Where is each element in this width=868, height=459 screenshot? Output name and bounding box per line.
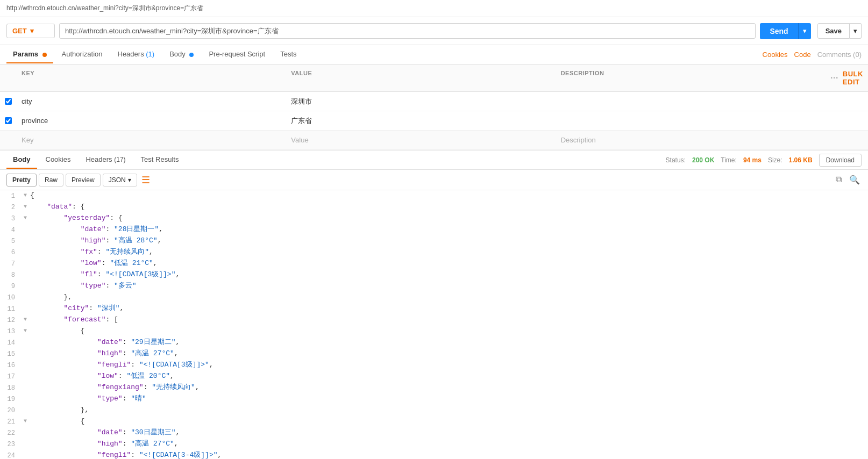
raw-button[interactable]: Raw <box>39 174 63 187</box>
time-value: 94 ms <box>743 156 762 164</box>
save-dropdown-button[interactable]: ▾ <box>850 23 862 39</box>
json-line: 9 "type": "多云" <box>0 281 868 292</box>
body-toolbar: Pretty Raw Preview JSON ▾ ☰ ⧉ 🔍 <box>0 170 868 190</box>
json-line-content: }, <box>30 405 868 415</box>
param-row-city: city 深圳市 <box>0 92 868 111</box>
collapse-button[interactable]: ▼ <box>24 314 30 325</box>
pretty-button[interactable]: Pretty <box>6 174 37 187</box>
param-new-value[interactable]: Value <box>286 133 555 147</box>
cookies-link[interactable]: Cookies <box>763 51 788 59</box>
json-line: 16 "fengli": "<![CDATA[3级]]>", <box>0 360 868 371</box>
download-button[interactable]: Download <box>819 154 862 167</box>
collapse-button[interactable]: ▼ <box>24 190 30 201</box>
json-viewer[interactable]: 1▼{2▼ "data": {3▼ "yesterday": {4 "date"… <box>0 190 868 459</box>
line-number: 1 <box>4 190 24 202</box>
line-number: 11 <box>4 303 24 314</box>
line-number: 8 <box>4 269 24 281</box>
tab-headers[interactable]: Headers (1) <box>111 46 161 63</box>
param-new-key[interactable]: Key <box>16 133 286 147</box>
save-button[interactable]: Save <box>817 23 850 39</box>
json-format-label: JSON <box>109 176 126 184</box>
json-line: 12▼ "forecast": [ <box>0 314 868 326</box>
resp-tab-cookies[interactable]: Cookies <box>39 151 77 169</box>
json-line-content: "high": "高温 28°C", <box>30 235 868 246</box>
tab-body[interactable]: Body <box>163 46 200 63</box>
line-number: 23 <box>4 439 24 450</box>
body-badge <box>189 53 194 57</box>
tab-bar-right-actions: Cookies Code Comments (0) <box>763 51 862 59</box>
json-line: 24 "fengli": "<![CDATA[3-4级]]>", <box>0 450 868 459</box>
json-line-content: "low": "低温 21°C", <box>30 258 868 269</box>
resp-tab-headers[interactable]: Headers (17) <box>79 151 132 169</box>
json-line-content: "city": "深圳", <box>30 303 868 314</box>
json-line-content: "date": "30日星期三", <box>30 427 868 438</box>
collapse-button[interactable]: ▼ <box>24 202 30 212</box>
json-line: 14 "date": "29日星期二", <box>0 337 868 348</box>
preview-button[interactable]: Preview <box>66 174 101 187</box>
json-line-content: { <box>30 416 868 427</box>
method-select[interactable]: GET ▾ <box>6 24 55 38</box>
param-province-checkbox[interactable] <box>5 117 12 124</box>
param-province-actions <box>825 118 868 124</box>
line-number: 24 <box>4 450 24 459</box>
collapse-button[interactable]: ▼ <box>24 326 30 336</box>
json-line-content: "low": "低温 20°C", <box>30 371 868 382</box>
response-meta: Status: 200 OK Time: 94 ms Size: 1.06 KB… <box>666 154 862 167</box>
param-province-value[interactable]: 广东省 <box>286 113 555 129</box>
json-line: 23 "high": "高温 27°C", <box>0 439 868 450</box>
response-header: Body Cookies Headers (17) Test Results S… <box>0 150 868 170</box>
status-value: 200 OK <box>692 156 714 164</box>
send-button[interactable]: Send <box>760 23 798 39</box>
comments-link[interactable]: Comments (0) <box>817 51 862 59</box>
json-line-content: { <box>30 326 868 336</box>
copy-icon[interactable]: ⧉ <box>834 173 843 187</box>
param-city-value[interactable]: 深圳市 <box>286 94 555 110</box>
tab-params[interactable]: Params <box>6 46 53 63</box>
line-number: 9 <box>4 281 24 292</box>
size-label: Size: <box>768 156 782 164</box>
request-tab-bar: Params Authorization Headers (1) Body Pr… <box>0 45 868 64</box>
json-format-select[interactable]: JSON ▾ <box>103 174 137 187</box>
collapse-button[interactable]: ▼ <box>24 416 30 427</box>
json-line-content: "fengli": "<![CDATA[3-4级]]>", <box>30 450 868 459</box>
json-line: 17 "low": "低温 20°C", <box>0 371 868 382</box>
line-number: 6 <box>4 247 24 258</box>
resp-tab-test-results[interactable]: Test Results <box>134 151 186 169</box>
title-text: http://wthrcdn.etouch.cn/weather_mini?ci… <box>6 4 203 13</box>
collapse-button[interactable]: ▼ <box>24 213 30 224</box>
line-number: 22 <box>4 427 24 439</box>
three-dots-icon[interactable]: ··· <box>830 73 838 83</box>
json-line-content: "fengli": "<![CDATA[3级]]>", <box>30 360 868 370</box>
search-icon[interactable]: 🔍 <box>848 173 862 187</box>
send-dropdown-button[interactable]: ▾ <box>798 23 811 39</box>
line-number: 12 <box>4 314 24 326</box>
tab-authorization[interactable]: Authorization <box>55 46 109 63</box>
header-value-col: VALUE <box>286 68 555 88</box>
header-checkbox-col <box>0 68 16 88</box>
url-input[interactable] <box>59 23 756 39</box>
param-new-desc[interactable]: Description <box>556 133 825 147</box>
param-province-desc[interactable] <box>556 118 825 124</box>
json-line-content: "date": "29日星期二", <box>30 337 868 348</box>
code-link[interactable]: Code <box>794 51 811 59</box>
json-line-content: "type": "晴" <box>30 393 868 404</box>
tab-tests[interactable]: Tests <box>274 46 303 63</box>
resp-tab-body[interactable]: Body <box>6 151 37 169</box>
wrap-lines-icon[interactable]: ☰ <box>141 174 150 186</box>
param-city-key[interactable]: city <box>16 94 286 109</box>
json-line: 6 "fx": "无持续风向", <box>0 247 868 258</box>
line-number: 7 <box>4 258 24 269</box>
param-city-desc[interactable] <box>556 98 825 105</box>
bulk-edit-button[interactable]: Bulk Edit <box>843 70 863 86</box>
param-row-province: province 广东省 <box>0 111 868 131</box>
body-toolbar-right: ⧉ 🔍 <box>834 173 862 187</box>
tab-pre-request[interactable]: Pre-request Script <box>202 46 272 63</box>
param-province-key[interactable]: province <box>16 113 286 128</box>
json-line: 2▼ "data": { <box>0 202 868 213</box>
method-chevron-icon: ▾ <box>30 27 34 35</box>
json-line-content: }, <box>30 292 868 303</box>
json-line: 13▼ { <box>0 326 868 337</box>
params-table: KEY VALUE DESCRIPTION ··· Bulk Edit city… <box>0 64 868 150</box>
line-number: 5 <box>4 235 24 247</box>
param-city-checkbox[interactable] <box>5 98 12 105</box>
